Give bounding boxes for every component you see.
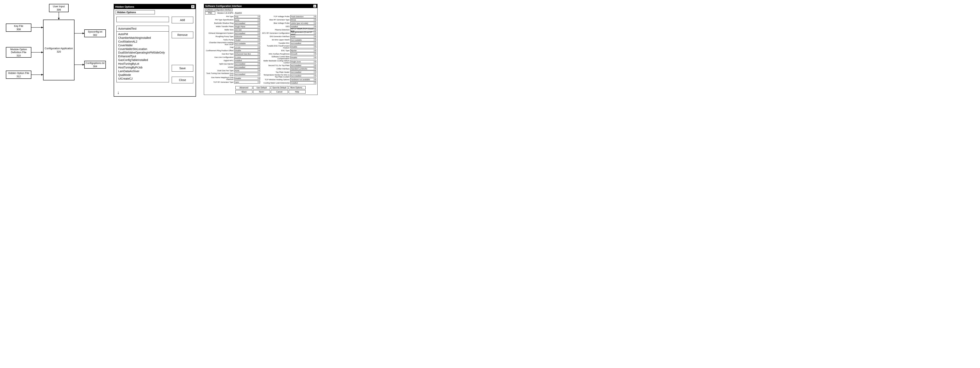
config-label: Software Control Bias Compensation (261, 56, 290, 60)
config-select[interactable]: Smooth▾ (290, 53, 316, 55)
config-value: Hardware not available (291, 78, 310, 81)
label: Key File (14, 24, 23, 27)
list-item[interactable]: DualSlotValveOperatingInPMSideOnly (118, 51, 167, 54)
config-select[interactable]: 200 MM▾ (234, 29, 260, 31)
list-item[interactable]: CoolStationAL2 (118, 40, 167, 43)
config-label: TCP Window Heating Options (261, 79, 290, 81)
config-select[interactable]: Disable▾ (290, 45, 316, 48)
config-value: 8 Lines (235, 56, 241, 58)
chevron-down-icon: ▾ (258, 63, 259, 65)
list-item[interactable]: GasConfigTableInstalled (118, 58, 167, 62)
config-select[interactable]: Single Zone▾ (290, 60, 316, 63)
config-select[interactable]: None▾ (290, 35, 316, 38)
list-item[interactable]: LamDataArchiver (118, 69, 167, 73)
new-option-input[interactable] (116, 17, 169, 22)
config-row: Gap1.6 cm▾ (205, 46, 260, 49)
config-select[interactable]: Poly▾ (234, 15, 260, 18)
config-label: PM Type Specification (205, 19, 234, 21)
config-value: 1200V (pre VCI-006) (291, 22, 308, 24)
chevron-down-icon: ▾ (314, 36, 315, 37)
config-select[interactable]: 1.6 cm▾ (234, 46, 260, 49)
box-key-file: Key File 308 (6, 24, 31, 32)
config-select[interactable]: Disable▾ (234, 49, 260, 52)
config-select[interactable]: Two generators (2 and 27 MHz)▾ (290, 32, 316, 35)
config-select[interactable]: Hardware not available▾ (290, 78, 316, 81)
chevron-down-icon: ▾ (314, 25, 315, 27)
list-item[interactable]: HostTuningByLot (118, 62, 167, 66)
config-select[interactable]: Not Installed▾ (234, 32, 260, 35)
more-options-button[interactable]: More Options... (289, 86, 306, 89)
config-select[interactable]: None▾ (234, 18, 260, 21)
config-value: Installed (291, 82, 298, 84)
config-select[interactable]: Enhanced Gas Box▾ (234, 53, 260, 55)
list-item[interactable]: CoverWafer (118, 43, 167, 47)
close-icon[interactable]: X (191, 5, 194, 8)
list-item[interactable]: ChamberMatchingInstalled (118, 36, 167, 40)
config-value: Peak Detection (291, 16, 304, 18)
config-select[interactable]: Not Installed▾ (290, 70, 316, 73)
remove-button[interactable]: Remove (172, 32, 193, 38)
close-button[interactable]: Close (172, 76, 193, 83)
config-label: 60 MHz Upper Match (261, 39, 290, 41)
chevron-down-icon: ▾ (258, 81, 259, 83)
config-select[interactable]: Disable▾ (290, 56, 316, 59)
config-select[interactable]: Disable▾ (234, 77, 260, 80)
list-item[interactable]: HostTuningByPrJob (118, 66, 167, 69)
back-button[interactable]: <Back (235, 90, 253, 94)
box-config-app: Configuration Application 320 (43, 20, 75, 80)
list-item[interactable]: EnhancedTput (118, 54, 167, 58)
config-select[interactable]: Single Plane▾ (234, 25, 260, 28)
config-value: Not Available (291, 39, 302, 41)
save-as-default-button[interactable]: Save As Default (271, 86, 288, 89)
config-value: Not Installed (291, 64, 301, 67)
list-item[interactable]: UICreateCJ (118, 77, 167, 81)
config-select[interactable]: 1200V (pre VCI-006)▾ (290, 22, 316, 25)
save-button[interactable]: Save (172, 65, 193, 72)
list-item[interactable]: CoverWaferStnLocation (118, 47, 167, 51)
selected-option[interactable]: AutomatedTest (117, 26, 169, 32)
add-button[interactable]: Add (172, 17, 193, 23)
config-row: Wafer Backside Cooling Helium ControlSin… (261, 60, 316, 64)
advanced-button[interactable]: Advanced (235, 86, 253, 89)
use-default-button[interactable]: Use Default (253, 86, 270, 89)
num: 308 (16, 28, 21, 31)
config-select[interactable]: Not Installed▾ (234, 73, 260, 76)
config-select[interactable]: Not Installed▾ (290, 74, 316, 77)
config-select[interactable]: Not Installed▾ (234, 22, 260, 25)
config-select[interactable]: Not Installed▾ (290, 64, 316, 67)
tab-pm1[interactable]: PM1 (205, 11, 215, 14)
config-row: TCP Window Heating OptionsHardware not a… (261, 78, 316, 81)
config-select[interactable]: RFDS▾ (290, 18, 316, 21)
config-select[interactable]: Apex▾ (234, 81, 260, 83)
config-select[interactable]: Standard LonWorks▾ (290, 67, 316, 70)
config-select[interactable]: Installed▾ (234, 59, 260, 62)
window-title: Hidden Options (115, 5, 134, 8)
config-value: Not Installed (235, 63, 245, 65)
list-item[interactable]: AutoPM (118, 32, 167, 36)
options-list[interactable]: AutomatedTest AutoPMChamberMatchingInsta… (116, 25, 169, 82)
close-icon[interactable]: x (313, 5, 316, 8)
config-select[interactable]: Not Available▾ (290, 38, 316, 41)
config-select[interactable]: Alcatel▾ (234, 38, 260, 41)
next-button[interactable]: Next> (253, 90, 270, 94)
config-label: Dual Gas Fee Type (205, 70, 234, 72)
config-row: Top Plate HeaterNot Installed▾ (261, 70, 316, 74)
config-select[interactable]: Installed▾ (290, 81, 316, 84)
help-button[interactable]: Help (289, 90, 306, 94)
config-select[interactable]: Bipolar▾ (290, 49, 316, 52)
num: 320 (57, 50, 61, 53)
titlebar: Software Configuration Interface x (204, 4, 317, 8)
config-select[interactable]: Not Installed▾ (234, 66, 260, 69)
config-select[interactable]: Edwards▾ (234, 35, 260, 38)
config-select[interactable]: 8 Lines▾ (234, 56, 260, 59)
list-item[interactable]: QualMode (118, 73, 167, 77)
config-select[interactable]: Not installed▾ (290, 42, 316, 45)
config-select[interactable]: Peak Detection▾ (290, 15, 316, 18)
config-select[interactable]: Not Installed▾ (234, 62, 260, 65)
cancel-button[interactable]: Cancel (271, 90, 288, 94)
config-select[interactable]: None▾ (234, 69, 260, 72)
config-select[interactable]: Not Available▾ (234, 42, 260, 45)
config-value: 200 MM (235, 29, 242, 31)
config-row: Cooling Water Leak Detector(s)Installed▾ (261, 81, 316, 84)
config-label: DFC RF Generator Configuration (261, 32, 290, 34)
